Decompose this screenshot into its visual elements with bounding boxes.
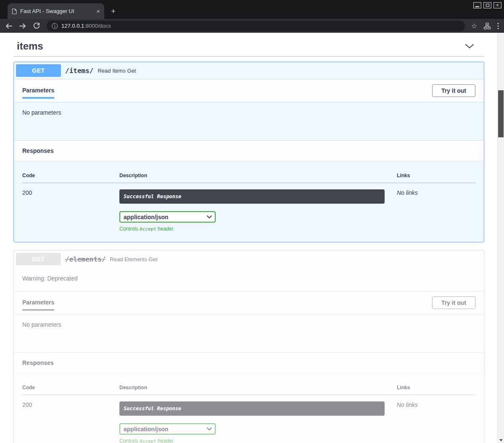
parameters-title: Parameters (22, 83, 54, 99)
address-bar[interactable]: ⓘ 127.0.0.1:8000/docs (47, 21, 465, 31)
operation-summary-text: Read Items Get (98, 68, 136, 74)
responses-table: Code Description Links 200 Successful Re… (22, 379, 475, 443)
parameters-title: Parameters (22, 295, 54, 311)
minimize-icon (475, 6, 479, 7)
accept-header-note: Controls Accept header. (119, 226, 397, 232)
response-description: Successful Response (119, 401, 385, 416)
no-parameters-text: No parameters (22, 109, 61, 116)
bookmark-star-icon[interactable]: ☆ (471, 23, 477, 29)
opblock-get-elements-deprecated: GET /elements/ Read Elements Get Warning… (13, 250, 484, 443)
accept-note-prefix: Controls (119, 438, 140, 443)
operation-summary[interactable]: GET /elements/ Read Elements Get (14, 251, 484, 267)
media-type-wrap: application/json Controls Accept header. (119, 423, 397, 443)
responses-title: Responses (22, 359, 475, 366)
accept-note-code: Accept (140, 226, 156, 232)
swagger-ui: items GET /items/ Read Items Get Paramet… (13, 33, 484, 443)
scrollbar-down-arrow-icon[interactable] (499, 439, 503, 441)
col-header-code: Code (22, 379, 119, 395)
table-row: 200 Successful Response application/json (22, 183, 475, 232)
page-viewport: items GET /items/ Read Items Get Paramet… (0, 33, 504, 443)
maximize-button[interactable] (483, 2, 491, 8)
col-header-description: Description (119, 167, 397, 183)
operation-path: /elements/ (61, 255, 110, 263)
url-path: :8000/docs (84, 23, 111, 29)
response-code: 200 (22, 183, 119, 232)
col-header-code: Code (22, 167, 119, 183)
media-type-wrap: application/json Controls Accept header. (119, 211, 397, 232)
accept-note-prefix: Controls (119, 226, 140, 232)
responses-section-header: Responses (14, 352, 484, 373)
reload-icon[interactable] (33, 22, 40, 30)
try-it-out-button[interactable]: Try it out (432, 296, 475, 309)
accept-note-code: Accept (140, 438, 156, 443)
chevron-down-icon[interactable] (465, 44, 474, 49)
operation-summary-text: Read Elements Get (110, 256, 157, 262)
window-controls: × (473, 2, 501, 8)
new-tab-button[interactable]: + (111, 7, 116, 15)
accept-note-suffix: header. (156, 226, 174, 232)
url-host: 127.0.0.1 (61, 23, 84, 29)
col-header-description: Description (119, 379, 397, 395)
browser-toolbar: ⓘ 127.0.0.1:8000/docs ☆ (0, 19, 504, 33)
scrollbar-thumb[interactable] (498, 90, 504, 137)
responses-title: Responses (22, 147, 475, 154)
minimize-button[interactable] (473, 2, 481, 8)
back-icon[interactable] (5, 22, 13, 30)
col-header-links: Links (397, 167, 475, 183)
opblock-get-items: GET /items/ Read Items Get Parameters Tr… (13, 62, 484, 242)
page-icon (12, 8, 17, 14)
col-header-links: Links (397, 379, 475, 395)
try-it-out-button[interactable]: Try it out (432, 84, 475, 97)
parameters-section-header: Parameters Try it out (14, 79, 484, 102)
forward-icon[interactable] (19, 22, 26, 30)
response-description-cell: Successful Response application/json (119, 183, 397, 232)
table-row: 200 Successful Response application/json (22, 395, 475, 443)
scrollbar[interactable] (497, 33, 504, 443)
site-info-icon[interactable]: ⓘ (52, 23, 58, 29)
menu-icon[interactable] (497, 23, 499, 29)
response-code: 200 (22, 395, 119, 443)
close-button[interactable]: × (493, 2, 501, 8)
tag-section-header[interactable]: items (13, 37, 484, 57)
response-links: No links (397, 183, 475, 232)
accept-note-suffix: header. (156, 438, 174, 443)
responses-table-wrapper: Code Description Links 200 Successful Re… (14, 161, 484, 242)
method-badge: GET (16, 64, 61, 77)
tag-title: items (17, 40, 43, 52)
parameters-body: No parameters (14, 102, 484, 140)
window-titlebar: Fast API - Swagger UI × + × (0, 0, 504, 19)
response-links: No links (397, 395, 475, 443)
no-parameters-text: No parameters (22, 321, 61, 328)
media-type-select[interactable]: application/json (119, 423, 216, 435)
media-type-select[interactable]: application/json (119, 211, 216, 223)
operation-path: /items/ (61, 67, 98, 75)
deprecated-warning: Warning: Deprecated (14, 267, 484, 291)
responses-table-wrapper: Code Description Links 200 Successful Re… (14, 373, 484, 443)
parameters-section-header: Parameters Try it out (14, 291, 484, 315)
tab-title: Fast API - Swagger UI (20, 8, 93, 14)
response-description: Successful Response (119, 189, 385, 204)
method-badge: GET (16, 253, 61, 265)
parameters-body: No parameters (14, 315, 484, 352)
maximize-icon (486, 4, 489, 7)
accept-header-note: Controls Accept header. (119, 438, 397, 443)
response-description-cell: Successful Response application/json (119, 395, 397, 443)
hierarchy-icon[interactable] (483, 23, 491, 29)
url-text: 127.0.0.1:8000/docs (61, 23, 111, 29)
operation-summary[interactable]: GET /items/ Read Items Get (14, 62, 484, 79)
browser-tab[interactable]: Fast API - Swagger UI × (8, 3, 104, 19)
tab-close-icon[interactable]: × (96, 8, 100, 14)
responses-section-header: Responses (14, 140, 484, 161)
responses-table: Code Description Links 200 Successful Re… (22, 167, 475, 232)
